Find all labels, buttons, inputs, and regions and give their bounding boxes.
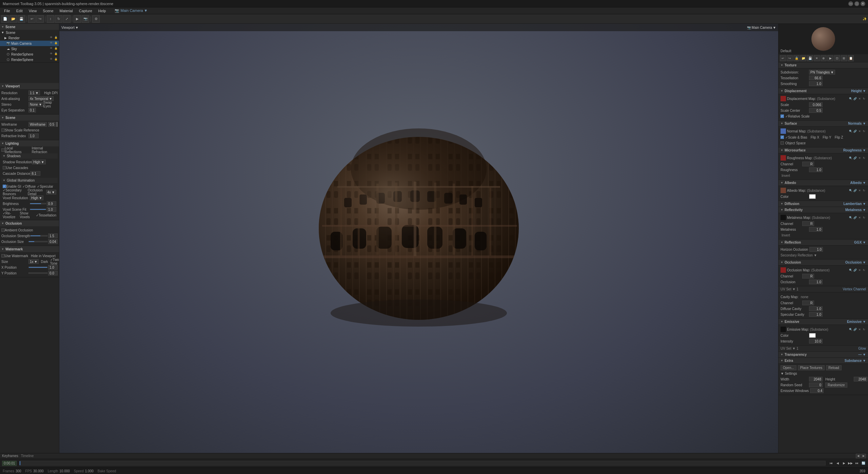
- sky-lock[interactable]: 🔒: [54, 47, 58, 51]
- viewport-header-btn[interactable]: ▼ Viewport: [0, 83, 59, 89]
- show-scale-cb[interactable]: [1, 128, 5, 132]
- scene-item-camera[interactable]: 📷 Main Camera 👁 🔒: [0, 41, 59, 46]
- resolution-dropdown[interactable]: 1:1▼: [28, 90, 40, 95]
- scene-item-rendersphere1[interactable]: ⬡ RenderSphere 👁 🔒: [0, 51, 59, 57]
- occ-channel-value[interactable]: R: [802, 274, 814, 279]
- disp-search[interactable]: 🔍: [849, 97, 853, 101]
- rt-redo[interactable]: ↪: [787, 55, 793, 61]
- hide-viewport-label[interactable]: Hide in Viewport: [31, 254, 56, 258]
- tl-scroll-left[interactable]: ◀: [856, 454, 861, 458]
- internal-refract-label[interactable]: Internal Refraction: [32, 146, 58, 154]
- extra-seed-value[interactable]: 0: [809, 383, 823, 387]
- disp-map-thumb[interactable]: [781, 96, 786, 101]
- extra-randomize-btn[interactable]: Randomize: [825, 383, 847, 388]
- emissive-link[interactable]: 🔗: [853, 327, 857, 331]
- toolbar-capture[interactable]: 📷: [82, 15, 89, 23]
- occ-refresh[interactable]: ↻: [862, 268, 866, 272]
- emissive-header[interactable]: ▼ Emissive Emissive ▼: [778, 319, 868, 325]
- camera-lock[interactable]: 🔒: [54, 41, 58, 45]
- minimize-btn[interactable]: —: [848, 1, 853, 6]
- close-btn[interactable]: ✕: [861, 1, 865, 6]
- viewport-canvas[interactable]: Viewport ▼ 📷 Main Camera ▼: [59, 24, 778, 453]
- flip-y-label[interactable]: Flip Y: [823, 136, 831, 139]
- sky-eye[interactable]: 👁: [50, 47, 54, 51]
- occ-detail-dropdown[interactable]: 4x▼: [46, 190, 56, 194]
- metalness-val[interactable]: 1.0: [809, 227, 823, 232]
- enable-gi-cb[interactable]: [3, 185, 6, 188]
- roughness-invert[interactable]: Invert: [781, 174, 791, 178]
- microsurface-header[interactable]: ▼ Microsurface Roughness ▼: [778, 147, 868, 153]
- diffuse-cavity-value[interactable]: 1.0: [809, 306, 823, 311]
- occ-link[interactable]: 🔗: [853, 268, 857, 272]
- diffusion-header[interactable]: ▼ Diffusion Lambertian ▼: [778, 201, 868, 207]
- sphere2-eye[interactable]: 👁: [50, 58, 54, 62]
- normal-refresh[interactable]: ↻: [862, 129, 866, 133]
- roughness-search[interactable]: 🔍: [849, 156, 853, 160]
- menu-file[interactable]: File: [1, 8, 13, 14]
- rt-open[interactable]: 📁: [800, 55, 806, 61]
- scene-item-sky[interactable]: ☁ Sky 👁 🔒: [0, 46, 59, 51]
- tl-loop[interactable]: 🔄: [861, 460, 866, 466]
- subdivision-dropdown[interactable]: PN Triangles▼: [809, 70, 835, 75]
- stereo-dropdown[interactable]: None▼: [28, 102, 43, 107]
- emissive-refresh[interactable]: ↻: [862, 327, 866, 331]
- ambient-occ-cb[interactable]: [1, 228, 5, 232]
- tl-goto-start[interactable]: ⏮: [828, 460, 834, 466]
- menu-scene[interactable]: Scene: [40, 8, 56, 14]
- roughness-channel-value[interactable]: R: [802, 162, 814, 166]
- disp-refresh[interactable]: ↻: [862, 97, 866, 101]
- disp-clear[interactable]: ✕: [857, 97, 862, 101]
- secondary-refl-dropdown[interactable]: Secondary Reflection ▼: [781, 253, 817, 257]
- uv-set1-header[interactable]: UV Set ▼ 1 Vertex Channel: [778, 286, 868, 292]
- show-voxels-label[interactable]: Show Voxels: [20, 211, 34, 219]
- metalness-invert[interactable]: Invert: [781, 233, 791, 237]
- toolbar-undo[interactable]: ↩: [28, 15, 36, 23]
- scene-header[interactable]: ▼ Scene: [0, 24, 59, 30]
- normal-map-thumb[interactable]: [781, 128, 786, 134]
- toolbar-rotate[interactable]: ↻: [55, 15, 62, 23]
- tl-step-back[interactable]: ◀: [835, 460, 840, 466]
- albedo-map-thumb[interactable]: [781, 188, 786, 193]
- occ-clear[interactable]: ✕: [857, 268, 862, 272]
- scale-bias-cb[interactable]: [781, 136, 784, 139]
- brightness-slider[interactable]: [30, 203, 46, 204]
- extra-place-btn[interactable]: Place Textures: [798, 365, 825, 370]
- scene-settings-header[interactable]: ▼ Scene: [0, 115, 59, 121]
- normal-clear[interactable]: ✕: [857, 129, 862, 133]
- metalness-search[interactable]: 🔍: [849, 215, 853, 220]
- surface-header[interactable]: ▼ Surface Normals ▼: [778, 121, 868, 127]
- metalness-channel-value[interactable]: R: [802, 221, 814, 226]
- emissive-search[interactable]: 🔍: [849, 327, 853, 331]
- flip-x-label[interactable]: Flip X: [811, 136, 820, 139]
- emissive-clear[interactable]: ✕: [857, 327, 862, 331]
- refract-value[interactable]: 1.0: [28, 133, 39, 138]
- wm-size-dropdown[interactable]: 1x▼: [28, 259, 39, 264]
- normal-search[interactable]: 🔍: [849, 129, 853, 133]
- toolbar-redo[interactable]: ↪: [36, 15, 44, 23]
- occ-size-slider[interactable]: [28, 241, 47, 242]
- albedo-color-swatch[interactable]: [809, 194, 816, 199]
- voxel-fit-value[interactable]: 1.0: [47, 207, 56, 212]
- emissive-color-swatch[interactable]: [809, 333, 816, 338]
- texture-section-header[interactable]: ▼ Texture: [778, 62, 868, 68]
- metalness-map-thumb[interactable]: [781, 215, 786, 220]
- albedo-header[interactable]: ▼ Albedo Albedo ▼: [778, 180, 868, 186]
- rt-play[interactable]: ▶: [827, 55, 833, 61]
- lighting-header[interactable]: ▼ Lighting: [0, 140, 59, 146]
- camera-eye[interactable]: 👁: [50, 41, 54, 45]
- disp-scale-value[interactable]: 0.066: [809, 102, 823, 107]
- toolbar-move[interactable]: ↕: [47, 15, 54, 23]
- roughness-map-thumb[interactable]: [781, 155, 786, 161]
- rt-undo[interactable]: ↩: [780, 55, 786, 61]
- wm-ypos-value[interactable]: 0.0: [48, 271, 58, 275]
- rt-copy[interactable]: 📋: [848, 55, 854, 61]
- tl-goto-end[interactable]: ⏭: [854, 460, 860, 466]
- extra-height-value[interactable]: 2048: [854, 377, 867, 382]
- toolbar-new[interactable]: 📄: [1, 15, 9, 23]
- occ-map-thumb[interactable]: [781, 267, 786, 273]
- metalness-link[interactable]: 🔗: [853, 215, 857, 220]
- relative-scale-cb[interactable]: [781, 115, 784, 118]
- emissive-map-thumb[interactable]: [781, 327, 786, 332]
- r-occlusion-header[interactable]: ▼ Occlusion Occlusion ▼: [778, 260, 868, 266]
- toolbar-settings[interactable]: ⚙: [92, 15, 100, 23]
